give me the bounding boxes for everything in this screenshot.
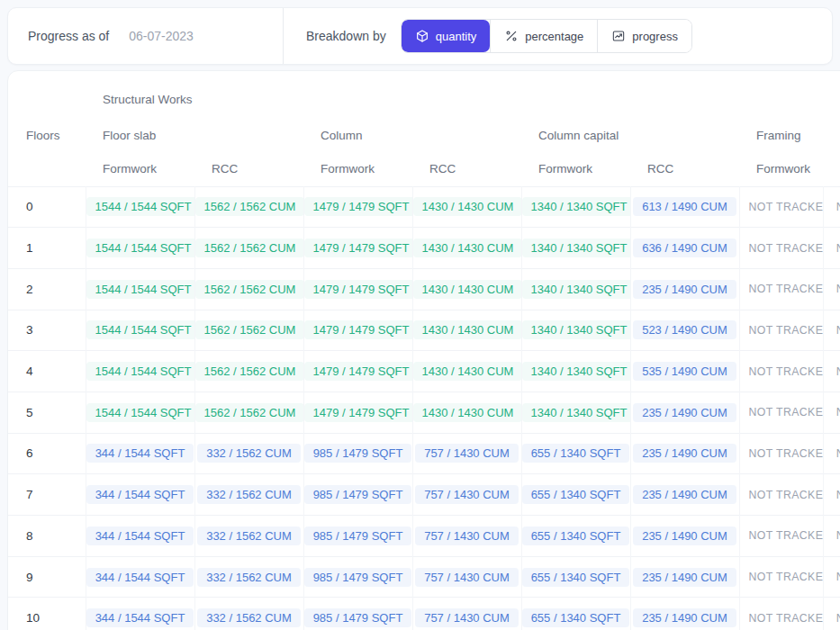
value-cell: 1340 / 1340 SQFT — [521, 392, 630, 433]
sub-column-header: RCC — [194, 152, 303, 186]
progress-value: 985 / 1479 SQFT — [304, 608, 412, 627]
progress-value: 655 / 1340 SQFT — [522, 444, 630, 463]
progress-value: 1430 / 1430 CUM — [413, 280, 522, 299]
column-group-header: Framing — [739, 118, 823, 152]
value-cell: 344 / 1544 SQFT — [86, 474, 194, 516]
column-group-header: Column capital — [521, 118, 739, 152]
table-row: 9344 / 1544 SQFT332 / 1562 CUM985 / 1479… — [8, 556, 840, 598]
value-cell: 1340 / 1340 SQFT — [521, 268, 630, 310]
breakdown-button-label: quantity — [436, 30, 477, 43]
floor-label: 1 — [8, 228, 86, 269]
progress-value: NOT TRACKED — [827, 526, 840, 544]
progress-value: NOT TRACKED — [827, 609, 840, 627]
progress-value: 655 / 1340 SQFT — [522, 485, 630, 504]
value-cell: 523 / 1490 CUM — [630, 310, 739, 351]
progress-value: 332 / 1562 CUM — [197, 568, 301, 587]
progress-value: 1430 / 1430 CUM — [413, 197, 522, 216]
progress-value: 757 / 1430 CUM — [415, 568, 519, 587]
value-cell: 1562 / 1562 CUM — [194, 268, 303, 310]
progress-value: NOT TRACKED — [827, 403, 840, 421]
value-cell: 1562 / 1562 CUM — [194, 310, 303, 351]
breakdown-quantity-button[interactable]: quantity — [402, 20, 491, 52]
floor-label: 6 — [8, 433, 86, 474]
floor-label: 2 — [8, 268, 86, 310]
floor-label: 5 — [8, 392, 86, 433]
value-cell: 235 / 1490 CUM — [630, 392, 739, 433]
value-cell: 1562 / 1562 CUM — [194, 351, 303, 392]
progress-value: 235 / 1490 CUM — [633, 608, 736, 627]
progress-value: 1544 / 1544 SQFT — [86, 238, 195, 257]
value-cell: 1430 / 1430 CUM — [412, 228, 521, 269]
value-cell: NOT TRACKED — [823, 186, 840, 228]
value-cell: NOT TRACKED — [823, 433, 840, 474]
progress-value: 344 / 1544 SQFT — [86, 485, 194, 504]
progress-value: 1479 / 1479 SQFT — [304, 362, 413, 381]
progress-value: 655 / 1340 SQFT — [522, 608, 630, 627]
chart-line-icon — [611, 29, 626, 43]
progress-value: NOT TRACKED — [740, 486, 824, 504]
value-cell: 757 / 1430 CUM — [412, 474, 521, 516]
value-cell: 235 / 1490 CUM — [630, 598, 739, 630]
progress-value: 1544 / 1544 SQFT — [86, 362, 195, 381]
value-cell: 1544 / 1544 SQFT — [86, 351, 194, 392]
progress-value: 1544 / 1544 SQFT — [86, 320, 195, 339]
progress-value: 1430 / 1430 CUM — [413, 403, 522, 422]
progress-value: NOT TRACKED — [827, 445, 840, 463]
value-cell: 985 / 1479 SQFT — [303, 556, 412, 598]
value-cell: 1340 / 1340 SQFT — [521, 310, 630, 351]
progress-value: NOT TRACKED — [740, 568, 824, 586]
progress-value: NOT TRACKED — [740, 526, 824, 544]
progress-value: NOT TRACKED — [827, 198, 840, 216]
value-cell: 344 / 1544 SQFT — [86, 516, 194, 557]
floor-label: 9 — [8, 556, 86, 598]
progress-as-of-label: Progress as of — [28, 29, 109, 43]
value-cell: NOT TRACKED — [823, 598, 840, 630]
column-group-header: Column — [303, 118, 521, 152]
value-cell: 1479 / 1479 SQFT — [303, 228, 412, 269]
percentage-icon — [504, 29, 519, 43]
value-cell: NOT TRACKED — [739, 351, 823, 392]
value-cell: 757 / 1430 CUM — [412, 556, 521, 598]
value-cell: NOT TRACKED — [739, 433, 823, 474]
value-cell: 655 / 1340 SQFT — [521, 474, 630, 516]
progress-value: NOT TRACKED — [740, 198, 824, 216]
progress-value: NOT TRACKED — [827, 280, 840, 298]
value-cell: 535 / 1490 CUM — [630, 351, 739, 392]
progress-value: NOT TRACKED — [827, 321, 840, 339]
progress-value: 235 / 1490 CUM — [633, 444, 736, 463]
progress-date-input[interactable] — [129, 29, 264, 43]
toolbar-divider — [283, 8, 284, 64]
value-cell: 1562 / 1562 CUM — [194, 228, 303, 269]
sub-column-header: Formwork — [303, 152, 412, 186]
progress-value: 1562 / 1562 CUM — [195, 280, 304, 299]
value-cell: 1544 / 1544 SQFT — [86, 228, 194, 269]
progress-value: 332 / 1562 CUM — [197, 444, 301, 463]
value-cell: 1479 / 1479 SQFT — [303, 268, 412, 310]
progress-value: NOT TRACKED — [740, 445, 824, 463]
value-cell: 1430 / 1430 CUM — [412, 268, 521, 310]
value-cell: 1430 / 1430 CUM — [412, 310, 521, 351]
progress-value: 235 / 1490 CUM — [633, 280, 736, 299]
value-cell: NOT TRACKED — [823, 268, 840, 310]
breakdown-button-label: percentage — [525, 30, 583, 43]
progress-value: 332 / 1562 CUM — [197, 526, 301, 545]
value-cell: 1340 / 1340 SQFT — [521, 186, 630, 228]
progress-value: 235 / 1490 CUM — [633, 526, 736, 545]
value-cell: 1562 / 1562 CUM — [194, 186, 303, 228]
value-cell: 332 / 1562 CUM — [194, 598, 303, 630]
value-cell: NOT TRACKED — [823, 310, 840, 351]
value-cell: NOT TRACKED — [739, 228, 823, 269]
floor-label: 8 — [8, 516, 86, 557]
value-cell: 655 / 1340 SQFT — [521, 433, 630, 474]
value-cell: NOT TRACKED — [823, 474, 840, 516]
breakdown-progress-button[interactable]: progress — [597, 20, 691, 52]
progress-value: 1340 / 1340 SQFT — [522, 403, 631, 422]
value-cell: NOT TRACKED — [739, 516, 823, 557]
table-row: 51544 / 1544 SQFT1562 / 1562 CUM1479 / 1… — [8, 392, 840, 433]
value-cell: NOT TRACKED — [739, 598, 823, 630]
progress-value: 1430 / 1430 CUM — [413, 320, 522, 339]
table-row: 7344 / 1544 SQFT332 / 1562 CUM985 / 1479… — [8, 474, 840, 516]
progress-value: 344 / 1544 SQFT — [86, 608, 194, 627]
breakdown-percentage-button[interactable]: percentage — [490, 20, 597, 52]
value-cell: NOT TRACKED — [739, 556, 823, 598]
